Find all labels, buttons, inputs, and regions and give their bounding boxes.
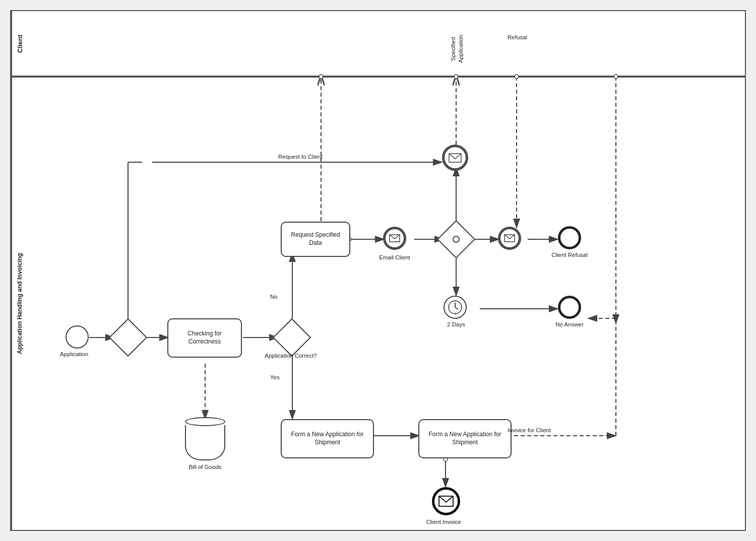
bill-of-goods-label: Bill of Goods (180, 463, 230, 471)
start-circle (66, 325, 89, 349)
lane-client: Client (11, 11, 745, 77)
db-shape (185, 417, 225, 460)
gateway-2: Application Correct? (278, 324, 305, 351)
email-client-label: Email Client (376, 254, 413, 261)
invoice-for-client-label: Invoice for Client (508, 427, 551, 434)
client-refusal-label: Client Refusal (547, 251, 592, 259)
application-correct-label: Application Correct? (258, 352, 324, 360)
request-to-client-label: Request to Client (278, 153, 323, 161)
client-refusal-circle (558, 226, 581, 249)
form-new-app-2-task: Form a New Application for Shipment (418, 419, 512, 458)
no-answer-event: No Answer (558, 296, 581, 319)
send-email-right-icon (504, 234, 515, 242)
checking-box: Checking for Correctness (167, 318, 242, 358)
gateway-2-wrapper (278, 324, 305, 351)
specified-application-label: Specified Application (450, 24, 460, 74)
email-client-event: Email Client (383, 227, 406, 250)
gateway-1 (114, 324, 142, 351)
bill-of-goods: Bill of Goods (185, 417, 225, 460)
gateway-3-wrapper (443, 226, 470, 253)
client-invoice-icon (438, 496, 454, 507)
request-specified-data-task: Request Specified Data (281, 222, 350, 257)
client-invoice-circle (432, 487, 460, 515)
lane-main-label: Application Handling and Invoicing (11, 78, 27, 530)
refusal-label: Refusal (508, 34, 527, 41)
form-new-app-1-box: Form a New Application for Shipment (281, 419, 374, 458)
gateway-1-diamond (109, 318, 147, 357)
gateway-3-diamond (437, 220, 475, 258)
db-body (185, 425, 225, 460)
clock-icon (448, 300, 463, 315)
email-client-icon (389, 234, 400, 242)
two-days-event: 2 Days (444, 296, 467, 319)
request-to-client-mail-event (442, 145, 468, 171)
gateway-2-diamond (273, 318, 311, 357)
email-client-circle (383, 227, 406, 250)
bpmn-diagram: Client Application Handling and Invoicin… (10, 10, 746, 531)
no-label: No (270, 293, 278, 301)
request-mail-circle (442, 145, 468, 171)
db-top (185, 417, 225, 426)
form-new-app-2-box: Form a New Application for Shipment (418, 419, 512, 458)
application-label: Application (56, 351, 92, 358)
send-email-right-event (498, 227, 521, 250)
form-new-app-1-task: Form a New Application for Shipment (281, 419, 374, 458)
lane-main: Application Handling and Invoicing (11, 77, 745, 530)
client-invoice-event: Client Invoice (432, 487, 460, 515)
application-start-event: Application (66, 325, 89, 349)
timer-circle (444, 296, 467, 319)
no-answer-circle (558, 296, 581, 319)
checking-correctness-task: Checking for Correctness (167, 318, 242, 358)
lane-client-label: Client (11, 11, 27, 77)
gateway-3-inner (453, 236, 460, 243)
request-mail-icon (449, 153, 462, 163)
client-invoice-label: Client Invoice (421, 518, 466, 526)
send-email-right-circle (498, 227, 521, 250)
no-answer-label: No Answer (547, 321, 592, 328)
client-refusal-event: Client Refusal (558, 226, 581, 249)
gateway-3 (443, 226, 470, 253)
two-days-label: 2 Days (441, 321, 471, 328)
gateway-1-wrapper (114, 324, 142, 351)
request-box: Request Specified Data (281, 222, 350, 257)
yes-label: Yes (270, 374, 280, 381)
